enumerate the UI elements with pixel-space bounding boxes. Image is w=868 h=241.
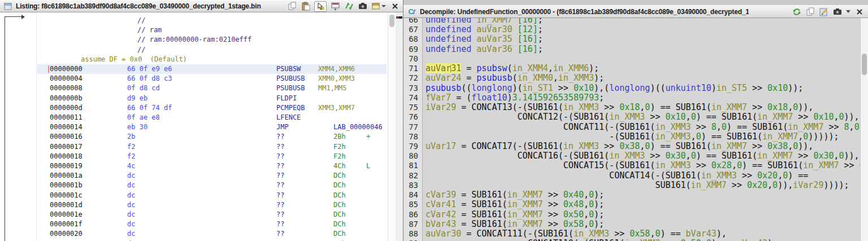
decompile-line[interactable]: auVar30 = CONCAT111(-(SUB161(in_XMM3 >> … — [426, 229, 727, 239]
decompile-line[interactable]: uVar17 = CONCAT17(-(SUB161(in_XMM3 >> 0x… — [426, 142, 813, 151]
mnemonic: PSUBSW — [276, 64, 301, 74]
decompile-line[interactable]: CONCAT11(-(SUB161(in_XMM3 >> 8,0) == SUB… — [426, 122, 868, 132]
bytes: f2 — [127, 152, 135, 161]
decompile-line[interactable]: psubusb((longlong)(in_ST1 >> 0x10),(long… — [426, 84, 803, 93]
decompile-line[interactable]: auVar31 = psubsw(in_XMM4,in_XMM6); — [426, 64, 599, 73]
snapshot-camera-icon[interactable] — [832, 7, 842, 16]
listing-row[interactable]: 00000014eb 30JMPLAB_00000046 — [0, 122, 403, 132]
address: 0000001d — [50, 200, 83, 210]
bytes: dc — [127, 191, 135, 200]
decompile-line[interactable]: cVar39 = SUB161(in_XMM7 >> 0x40,0); — [426, 190, 604, 200]
refresh-icon[interactable] — [792, 7, 801, 16]
edit-icon[interactable] — [819, 7, 828, 16]
listing-scrollbar-thumb[interactable] — [389, 15, 394, 27]
bytes: d9 eb — [127, 94, 147, 103]
decompile-line[interactable]: CONCAT12(-(SUB161(in_XMM3 >> 0x10,0) == … — [426, 112, 860, 122]
listing-row[interactable]: 0000000d66 0f 74 dfPCMPEQBXMM3,XMM7 — [0, 103, 403, 113]
listing-comment-row[interactable]: // — [0, 45, 403, 55]
listing-assume-row[interactable]: assume DF = 0x0 (Default) — [0, 55, 403, 64]
listing-row[interactable]: 000000080f d8 cdPSUBUSBMM1,MM5 — [0, 84, 403, 93]
decompile-line[interactable]: cVar42 = SUB161(in_XMM7 >> 0x50,0); — [426, 210, 604, 220]
bytes: dc — [127, 220, 135, 229]
decompile-line[interactable]: -(SUB161(in_XMM3,0) == SUB161(in_XMM7,0)… — [426, 132, 839, 142]
listing-comment-row[interactable]: // — [0, 16, 403, 25]
listing-row[interactable]: 000000162b??2Bh+ — [0, 132, 403, 142]
ascii-hint: + — [366, 132, 370, 142]
mnemonic: ?? — [276, 239, 284, 241]
operand: F2h — [333, 142, 346, 152]
listing-row[interactable]: 00000020dc??DCh — [0, 229, 403, 239]
listing-row[interactable]: 0000000466 0f d8 c3PSUBUSBXMM0,XMM3 — [0, 74, 403, 84]
address: 00000016 — [50, 132, 83, 142]
listing-scrollbar[interactable] — [388, 12, 396, 241]
operand: DCh — [333, 200, 346, 210]
bytes: 2b — [127, 132, 135, 142]
listing-comment-row[interactable]: // ram — [0, 25, 403, 35]
operand: LAB_00000046 — [333, 122, 383, 132]
decompile-line[interactable]: undefined auVar35 [16]; — [426, 34, 543, 44]
decompile-panel: Cf Decompile: UndefinedFunction_00000000… — [403, 0, 868, 241]
listing-header[interactable]: Listing: f8c61898c1ab389df90d8af4c8cc089… — [0, 0, 403, 12]
bytes: f2 — [127, 142, 135, 152]
mnemonic: ?? — [276, 142, 284, 152]
plate-comment: // — [137, 45, 145, 55]
line-number: 76 — [403, 112, 418, 122]
mnemonic: ?? — [276, 210, 284, 220]
ghidra-workspace: Listing: f8c61898c1ab389df90d8af4c8cc089… — [0, 0, 868, 241]
copy-icon[interactable] — [805, 7, 815, 16]
listing-marker-lane[interactable] — [396, 12, 403, 241]
line-number: 66 — [403, 18, 418, 25]
window-options-icon[interactable] — [371, 2, 386, 11]
bytes: dc — [127, 229, 135, 239]
copy-icon[interactable] — [287, 2, 297, 11]
listing-row[interactable]: 00000018f2??F2h — [0, 152, 403, 161]
operand: DCh — [333, 239, 346, 241]
decompile-line[interactable]: undefined auVar36 [16]; — [426, 45, 543, 54]
window-options-caret[interactable] — [381, 5, 386, 7]
decompile-header[interactable]: Cf Decompile: UndefinedFunction_00000000… — [403, 5, 868, 18]
diff-view-icon[interactable] — [344, 2, 354, 11]
cursor-tool-button[interactable] — [314, 1, 327, 12]
decompile-line[interactable]: CONCAT14(-(SUB161(in_XMM3 >> 0x20,0) == — [426, 171, 808, 181]
decompile-scrollbar-thumb[interactable] — [862, 54, 867, 75]
address: 0000001a — [50, 171, 83, 181]
mnemonic: JMP — [276, 122, 289, 132]
listing-row[interactable]: 000000110f ae e8LFENCE — [0, 113, 403, 122]
decompile-line[interactable]: CONCAT15(-(SUB161(in_XMM3 >> 0x28,0) == … — [426, 161, 868, 170]
decompile-scrollbar[interactable] — [860, 18, 868, 241]
snapshot-camera-icon[interactable] — [358, 2, 367, 11]
close-panel-icon[interactable] — [390, 2, 400, 11]
display-options-icon[interactable] — [331, 2, 340, 11]
listing-row[interactable]: 0000000bd9 ebFLDPI — [0, 94, 403, 103]
paste-icon[interactable] — [301, 2, 310, 11]
listing-row[interactable]: 00000017f2??F2h — [0, 142, 403, 152]
close-panel-icon[interactable] — [854, 7, 864, 16]
decompile-line[interactable]: SUB161(in_XMM7 >> 0x20,0)),iVar29)))); — [426, 181, 849, 190]
decompile-line[interactable]: fVar7 = (float10)3.141592653589793; — [426, 93, 604, 103]
decompile-line[interactable]: undefined auVar30 [12]; — [426, 25, 543, 34]
listing-row[interactable]: 00000021dc??DCh — [0, 239, 403, 241]
decompile-line[interactable]: iVar29 = CONCAT13(-(SUB161(in_XMM3 >> 0x… — [426, 103, 813, 112]
panel-menu-caret[interactable] — [846, 10, 850, 13]
listing-row[interactable]: 0000001edc??DCh — [0, 210, 403, 220]
operand: DCh — [333, 181, 346, 190]
listing-row[interactable]: 0000001bdc??DCh — [0, 181, 403, 190]
listing-row[interactable]: 0000001cdc??DCh — [0, 191, 403, 200]
listing-row[interactable]: 0000000066 0f e9 e6PSUBSWXMM4,XMM6 — [0, 64, 403, 74]
bytes: 66 0f e9 e6 — [127, 64, 172, 74]
listing-row[interactable]: 0000001ddc??DCh — [0, 200, 403, 210]
listing-row[interactable]: 000000194c??4ChL — [0, 161, 403, 171]
decompile-line[interactable]: cVar41 = SUB161(in_XMM7 >> 0x48,0); — [426, 200, 604, 209]
decompile-line[interactable]: CONCAT16(-(SUB161(in_XMM3 >> 0x30,0) == … — [426, 151, 860, 161]
decompile-line[interactable]: CONCAT110(-(SUB161(in_XMM3 >> 0x50,0) ==… — [426, 239, 778, 241]
listing-row[interactable]: 0000001adc??DCh — [0, 171, 403, 181]
mnemonic: ?? — [276, 152, 284, 161]
bytes: dc — [127, 181, 135, 190]
listing-row[interactable]: 0000001fdc??DCh — [0, 220, 403, 229]
decompile-line[interactable]: auVar24 = psubusb(in_XMM0,in_XMM3); — [426, 73, 604, 83]
decompile-line[interactable]: bVar43 = SUB161(in_XMM7 >> 0x58,0); — [426, 220, 604, 229]
line-number: 77 — [403, 122, 418, 132]
cursor-location-marker[interactable] — [396, 16, 402, 19]
line-number: 74 — [403, 93, 418, 103]
listing-comment-row[interactable]: // ram:00000000-ram:0210efff — [0, 35, 403, 45]
